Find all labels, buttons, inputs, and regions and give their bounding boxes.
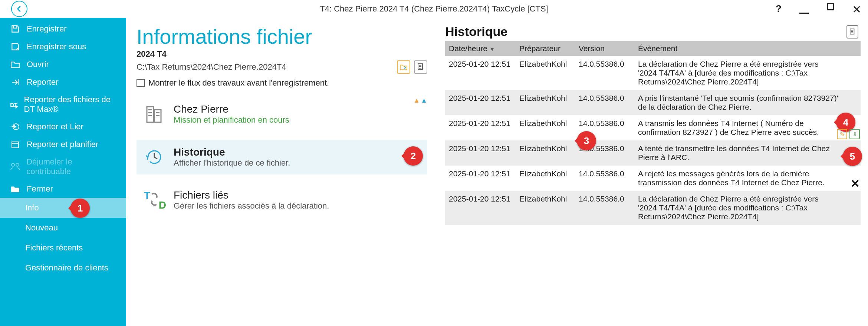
history-clock-icon xyxy=(144,147,165,167)
table-row[interactable]: 2025-01-20 12:51ElizabethKohl14.0.55386.… xyxy=(445,140,861,166)
save-as-icon xyxy=(10,41,21,52)
sidebar-reporter-dtmax[interactable]: DT Reporter des fichiers de DT Max® xyxy=(0,91,126,118)
link-forward-icon xyxy=(10,122,21,132)
forward-icon xyxy=(10,77,21,87)
cell-preparer: ElizabethKohl xyxy=(516,56,575,90)
col-preparer[interactable]: Préparateur xyxy=(516,41,575,56)
save-icon xyxy=(10,24,21,34)
svg-point-3 xyxy=(16,163,19,166)
sidebar-sub-label: Gestionnaire de clients xyxy=(25,263,108,272)
sidebar-sub-clients[interactable]: Gestionnaire de clients xyxy=(0,258,126,278)
linked-files-icon: T D xyxy=(144,190,165,210)
callout-5: 5 xyxy=(843,147,862,166)
cell-event: La déclaration de Chez Pierre a été enre… xyxy=(634,56,861,90)
card-linked-files[interactable]: T D Fichiers liés Gérer les fichiers ass… xyxy=(137,183,427,217)
history-heading: Historique xyxy=(445,24,507,39)
workflow-checkbox-row[interactable]: Montrer le flux des travaux avant l'enre… xyxy=(137,78,427,88)
sidebar-fermer[interactable]: Fermer xyxy=(0,180,126,198)
sidebar-sub-recents[interactable]: Fichiers récents xyxy=(0,238,126,258)
maximize-button[interactable] xyxy=(827,3,834,10)
help-button[interactable]: ? xyxy=(776,3,782,16)
sidebar-item-label: Enregistrer xyxy=(27,24,67,34)
svg-point-2 xyxy=(11,163,14,166)
back-button[interactable] xyxy=(11,1,27,17)
copy-path-button[interactable] xyxy=(414,60,427,74)
sidebar-item-label: Reporter et Lier xyxy=(27,122,83,132)
cell-event: La déclaration de Chez Pierre a été enre… xyxy=(634,191,861,225)
sidebar-reporter-lier[interactable]: Reporter et Lier xyxy=(0,118,126,136)
cell-preparer: ElizabethKohl xyxy=(516,191,575,225)
table-row[interactable]: 2025-01-20 12:51ElizabethKohl14.0.55386.… xyxy=(445,90,861,115)
sidebar-ouvrir[interactable]: Ouvrir xyxy=(0,56,126,73)
cell-datetime: 2025-01-20 12:51 xyxy=(445,56,516,90)
cell-preparer: ElizabethKohl xyxy=(516,90,575,115)
history-panel: Historique Date/heure▼ Préparateur Versi… xyxy=(438,18,868,326)
cell-datetime: 2025-01-20 12:51 xyxy=(445,166,516,191)
sidebar-sub-label: Fichiers récents xyxy=(25,243,83,252)
card-title: Historique xyxy=(174,146,290,158)
titlebar: T4: Chez Pierre 2024 T4 (Chez Pierre.202… xyxy=(0,0,868,18)
sidebar-enregistrer[interactable]: Enregistrer xyxy=(0,20,126,38)
sidebar-sub-nouveau[interactable]: Nouveau xyxy=(0,218,126,238)
sort-desc-icon: ▼ xyxy=(490,46,495,52)
callout-3: 3 xyxy=(577,131,596,150)
building-icon xyxy=(144,104,165,124)
cell-preparer: ElizabethKohl xyxy=(516,115,575,140)
cell-event: A tenté de transmettre les données T4 In… xyxy=(634,140,861,166)
unpair-icon xyxy=(10,162,20,172)
cell-datetime: 2025-01-20 12:51 xyxy=(445,90,516,115)
minimize-button[interactable] xyxy=(799,1,809,14)
col-version[interactable]: Version xyxy=(575,41,634,56)
svg-rect-1 xyxy=(12,142,19,148)
table-row[interactable]: 2025-01-20 12:51ElizabethKohl14.0.55386.… xyxy=(445,115,861,140)
col-datetime[interactable]: Date/heure▼ xyxy=(445,41,516,56)
checkbox-label: Montrer le flux des travaux avant l'enre… xyxy=(148,78,329,88)
card-subtitle: Gérer les fichiers associés à la déclara… xyxy=(174,201,329,211)
sidebar-dejumeler: Déjumeler le contribuable xyxy=(0,153,126,180)
history-table: Date/heure▼ Préparateur Version Événemen… xyxy=(445,41,861,225)
card-subtitle: Mission et planification en cours xyxy=(174,115,289,125)
sidebar-sub-label: Info xyxy=(25,203,39,212)
close-window-button[interactable]: ✕ xyxy=(852,3,861,16)
table-row[interactable]: 2025-01-20 12:51ElizabethKohl14.0.55386.… xyxy=(445,166,861,191)
sidebar-reporter-planifier[interactable]: Reporter et planifier xyxy=(0,136,126,153)
sidebar-enregistrer-sous[interactable]: Enregistrer sous xyxy=(0,38,126,56)
card-history[interactable]: Historique Afficher l'historique de ce f… xyxy=(137,140,427,174)
window-title: T4: Chez Pierre 2024 T4 (Chez Pierre.202… xyxy=(320,4,548,14)
table-row[interactable]: 2025-01-20 12:51ElizabethKohl14.0.55386.… xyxy=(445,56,861,90)
sidebar-item-label: Fermer xyxy=(27,184,53,194)
svg-rect-5 xyxy=(147,107,154,122)
dismiss-row-icon[interactable]: ✕ xyxy=(851,177,860,190)
card-title: Fichiers liés xyxy=(174,189,329,201)
callout-1: 1 xyxy=(70,199,90,218)
sidebar-item-label: Déjumeler le contribuable xyxy=(26,157,116,176)
cell-version: 14.0.55386.0 xyxy=(575,56,634,90)
open-folder-button[interactable] xyxy=(397,60,410,74)
card-subtitle: Afficher l'historique de ce fichier. xyxy=(174,158,290,168)
file-path: C:\Tax Returns\2024\Chez Pierre.2024T4 xyxy=(137,62,286,72)
file-info-panel: Informations fichier 2024 T4 C:\Tax Retu… xyxy=(126,18,438,326)
edit-snapshot-icon[interactable]: ✎ xyxy=(837,129,847,139)
checkbox-icon[interactable] xyxy=(137,79,145,87)
page-title: Informations fichier xyxy=(137,24,427,49)
sidebar-sub-info[interactable]: Info 1 xyxy=(0,198,126,218)
sidebar-item-label: Ouvrir xyxy=(27,60,49,69)
cell-datetime: 2025-01-20 12:51 xyxy=(445,140,516,166)
save-snapshot-icon[interactable]: ⇩ xyxy=(849,129,860,139)
sidebar-item-label: Reporter xyxy=(27,77,59,87)
sidebar-item-label: Reporter des fichiers de DT Max® xyxy=(24,95,116,114)
copy-history-button[interactable] xyxy=(846,25,858,39)
people-pair-icon[interactable]: ▲▲ xyxy=(413,97,427,104)
folder-open-icon xyxy=(10,59,21,70)
sidebar-sub-label: Nouveau xyxy=(25,223,58,232)
cell-event: A pris l'instantané 'Tel que soumis (con… xyxy=(634,90,861,115)
sidebar-reporter[interactable]: Reporter xyxy=(0,73,126,91)
cell-version: 14.0.55386.0 xyxy=(575,166,634,191)
callout-2: 2 xyxy=(404,146,423,166)
cell-preparer: ElizabethKohl xyxy=(516,140,575,166)
card-company[interactable]: Chez Pierre Mission et planification en … xyxy=(137,97,297,132)
col-event[interactable]: Événement xyxy=(634,41,861,56)
cell-datetime: 2025-01-20 12:51 xyxy=(445,191,516,225)
dt-icon: DT xyxy=(10,99,18,110)
table-row[interactable]: 2025-01-20 12:51ElizabethKohl14.0.55386.… xyxy=(445,191,861,225)
